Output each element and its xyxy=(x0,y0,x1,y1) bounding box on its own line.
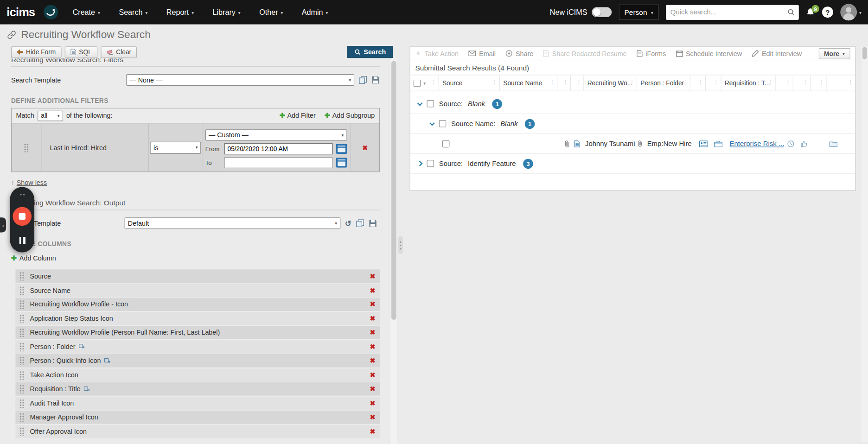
scrollbar-thumb[interactable] xyxy=(862,47,867,59)
column-menu-icon[interactable]: ⋮ xyxy=(491,80,498,86)
drag-handle-icon[interactable] xyxy=(19,413,25,422)
chevron-down-icon[interactable]: ▾ xyxy=(423,81,426,86)
drag-handle-icon[interactable] xyxy=(19,370,25,379)
linked-field-icon[interactable] xyxy=(84,386,91,392)
add-subgroup-button[interactable]: ✚ Add Subgroup xyxy=(325,112,375,120)
drag-handle-icon[interactable] xyxy=(19,300,25,309)
column-menu-icon[interactable]: ⋮ xyxy=(576,80,582,86)
hide-form-button[interactable]: Hide Form xyxy=(11,46,61,58)
match-mode-select[interactable]: all ▾ xyxy=(38,110,63,121)
form-scrollbar[interactable] xyxy=(389,59,397,444)
remove-column-icon[interactable]: ✖ xyxy=(370,399,375,407)
column-menu-icon[interactable]: ⋮ xyxy=(767,80,773,86)
side-panel-flyout-tab[interactable]: › xyxy=(0,217,6,232)
save-template-icon[interactable] xyxy=(369,219,377,228)
header-person-folder[interactable]: Person : Folder⋮ xyxy=(637,75,690,90)
panel-splitter-handle[interactable] xyxy=(398,236,403,254)
search-scope-dropdown[interactable]: Person ▾ xyxy=(619,5,658,20)
schedule-interview-button[interactable]: Schedule Interview xyxy=(676,50,742,57)
clear-button[interactable]: Clear xyxy=(101,46,137,58)
from-calendar-button[interactable] xyxy=(336,144,347,153)
column-menu-icon[interactable]: ⋮ xyxy=(848,80,854,86)
candidate-name[interactable]: Johnny Tsunami xyxy=(585,140,643,147)
talent-cloud-icon[interactable] xyxy=(44,5,58,19)
date-preset-select[interactable]: — Custom — ▾ xyxy=(205,129,347,140)
save-template-icon[interactable] xyxy=(371,76,380,84)
header-select-all-cell[interactable]: ▾ ⋮ xyxy=(410,75,439,90)
drag-handle-icon[interactable] xyxy=(19,399,25,407)
header-icon-col[interactable]: ⋮ xyxy=(811,75,826,90)
remove-column-icon[interactable]: ✖ xyxy=(370,272,375,280)
header-icon-col[interactable]: ⋮ xyxy=(793,75,811,90)
filter-operator-select[interactable]: is ▾ xyxy=(150,141,201,153)
attachment-paperclip-icon[interactable] xyxy=(564,140,570,147)
nav-menu-other[interactable]: Other▾ xyxy=(259,8,283,16)
remove-column-icon[interactable]: ✖ xyxy=(370,300,375,308)
group-checkbox[interactable] xyxy=(427,160,434,167)
column-menu-icon[interactable]: ⋮ xyxy=(549,80,555,86)
drag-handle-icon[interactable] xyxy=(19,272,25,280)
header-icon-col[interactable]: ⋮ xyxy=(776,75,793,90)
search-submit-button[interactable]: Search xyxy=(347,46,393,58)
nav-menu-admin[interactable]: Admin▾ xyxy=(302,8,328,16)
from-date-input[interactable] xyxy=(224,143,332,154)
drag-handle-icon[interactable] xyxy=(19,356,25,365)
column-menu-icon[interactable]: ⋮ xyxy=(818,80,824,86)
drag-handle-icon[interactable] xyxy=(19,286,25,295)
column-menu-icon[interactable]: ⋮ xyxy=(713,80,719,86)
scrollbar-thumb[interactable] xyxy=(391,61,396,320)
header-icon-col[interactable]: ⋮ xyxy=(557,75,571,90)
remove-column-icon[interactable]: ✖ xyxy=(370,371,375,379)
add-filter-button[interactable]: ✚ Add Filter xyxy=(280,112,316,120)
header-icon-col[interactable]: ⋮ xyxy=(826,75,855,90)
submittal-doc-icon[interactable] xyxy=(574,140,580,147)
drag-handle-icon[interactable] xyxy=(19,427,25,436)
profile-card-icon[interactable] xyxy=(699,140,708,147)
column-menu-icon[interactable]: ⋮ xyxy=(803,80,809,86)
remove-column-icon[interactable]: ✖ xyxy=(370,315,375,323)
drag-handle-icon[interactable] xyxy=(19,328,25,337)
add-column-button[interactable]: ✚ Add Column xyxy=(11,254,380,262)
to-date-input[interactable] xyxy=(224,157,332,168)
group-checkbox[interactable] xyxy=(439,120,447,127)
header-source-name[interactable]: Source Name⋮ xyxy=(500,75,557,90)
copy-template-icon[interactable] xyxy=(356,219,364,228)
expand-group-icon[interactable] xyxy=(417,161,423,166)
quick-search-input[interactable] xyxy=(666,5,799,19)
collapse-group-icon[interactable] xyxy=(417,100,423,106)
search-icon[interactable] xyxy=(787,8,795,16)
nav-menu-search[interactable]: Search▾ xyxy=(119,8,147,16)
header-requisition-title[interactable]: Requisition : T...⋮ xyxy=(721,75,776,90)
icims-logo[interactable]: icims xyxy=(6,6,35,19)
header-icon-col[interactable]: ⋮ xyxy=(571,75,584,90)
linked-field-icon[interactable] xyxy=(79,343,86,349)
sql-button[interactable]: SQL xyxy=(64,46,97,58)
remove-column-icon[interactable]: ✖ xyxy=(370,385,375,393)
page-scrollbar[interactable] xyxy=(862,46,868,441)
email-button[interactable]: Email xyxy=(468,50,496,57)
row-checkbox[interactable] xyxy=(442,140,450,147)
remove-column-icon[interactable]: ✖ xyxy=(370,343,375,351)
refresh-template-icon[interactable]: ↺ xyxy=(345,219,351,227)
drag-handle-icon[interactable] xyxy=(19,342,25,351)
output-template-select[interactable]: Default ▾ xyxy=(125,217,341,229)
header-icon-col[interactable]: ⋮ xyxy=(706,75,721,90)
status-clock-icon[interactable] xyxy=(787,140,795,147)
more-button[interactable]: More ▾ xyxy=(818,48,850,59)
remove-column-icon[interactable]: ✖ xyxy=(370,329,375,336)
group-checkbox[interactable] xyxy=(427,100,434,108)
column-menu-icon[interactable]: ⋮ xyxy=(682,80,688,86)
drag-handle-icon[interactable] xyxy=(19,314,25,323)
column-menu-icon[interactable]: ⋮ xyxy=(629,80,635,86)
header-recruiting-workflow[interactable]: Recruiting Wo...⋮ xyxy=(584,75,638,90)
copy-template-icon[interactable] xyxy=(359,76,367,84)
remove-filter-icon[interactable]: ✖ xyxy=(362,144,368,152)
briefcase-icon[interactable] xyxy=(714,140,722,147)
to-calendar-button[interactable] xyxy=(336,158,347,167)
notifications-button[interactable]: 9 xyxy=(806,8,815,17)
remove-column-icon[interactable]: ✖ xyxy=(370,427,375,435)
nav-menu-library[interactable]: Library▾ xyxy=(213,8,241,16)
column-menu-icon[interactable]: ⋮ xyxy=(697,80,703,86)
take-action-button[interactable]: Take Action xyxy=(415,50,459,57)
edit-interview-button[interactable]: Edit Interview xyxy=(752,50,802,57)
